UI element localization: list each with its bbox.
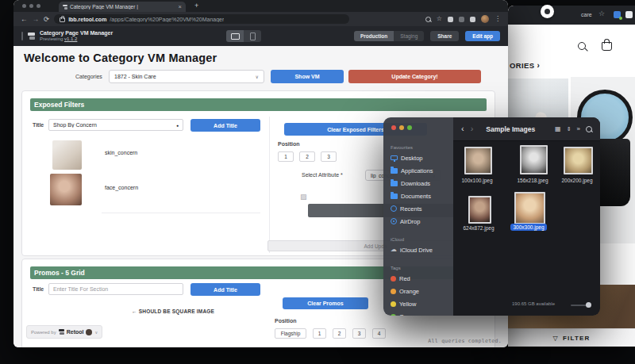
extension-icon[interactable] [614, 11, 621, 18]
search-icon[interactable] [586, 126, 592, 132]
menu-kebab-icon[interactable]: ⋮ [495, 16, 501, 22]
retool-logo-icon [28, 33, 35, 40]
filter-funnel-icon: ▽ [553, 335, 559, 342]
extension-icon[interactable] [470, 17, 475, 22]
exposed-title-input[interactable]: ● [48, 119, 183, 131]
file-name[interactable]: 156x218.jpeg [509, 178, 556, 183]
view-options-icon[interactable]: ▦ [555, 126, 561, 132]
close-tab-icon[interactable]: × [179, 3, 182, 10]
add-title-button[interactable]: Add Title [190, 119, 260, 132]
extension-icon[interactable] [459, 17, 464, 22]
add-title-button[interactable]: Add Title [190, 283, 260, 296]
retool-header: Category Page VM Manager Previewing v1.1… [13, 26, 508, 46]
record-dot-icon [545, 9, 550, 14]
new-tab-button[interactable]: + [194, 2, 198, 10]
drag-handle[interactable] [21, 32, 23, 40]
position-button-2[interactable]: 2 [333, 328, 346, 339]
previewing-version: Previewing v1.1.2 [40, 36, 113, 42]
broken-image-icon: ▨ [300, 193, 307, 201]
window-controls[interactable] [391, 125, 412, 130]
finder-window: Favourites Desktop Applications Download… [383, 117, 600, 316]
sidebar-item-applications[interactable]: Applications [391, 164, 451, 177]
back-icon[interactable]: ← [21, 16, 28, 23]
reload-icon[interactable]: ⟳ [44, 16, 49, 23]
profile-avatar[interactable] [481, 15, 489, 23]
search-icon[interactable] [578, 42, 586, 50]
position-button-flagship[interactable]: Flagship [275, 328, 306, 339]
address-bar[interactable]: lbb.retool.com /apps/Category%20Page%20V… [54, 14, 349, 24]
file-thumbnail[interactable] [564, 147, 593, 174]
file-thumbnail-selected[interactable] [514, 192, 545, 224]
tags-section-label: Tags [391, 260, 451, 272]
bookmark-star-icon[interactable]: ☆ [598, 10, 605, 17]
face-concern-thumbnail[interactable] [50, 174, 82, 205]
categories-label: Categories [75, 74, 102, 79]
position-button-1[interactable]: 1 [278, 151, 294, 162]
bookmark-star-icon[interactable]: ☆ [437, 16, 442, 22]
shopping-bag-icon[interactable] [602, 42, 612, 51]
sidebar-item-documents[interactable]: Documents [391, 190, 451, 202]
update-category-button[interactable]: Update Category! [348, 70, 481, 83]
powered-by-retool-badge[interactable]: Powered by Retool ∨ [26, 325, 102, 339]
edit-app-button[interactable]: Edit app [465, 31, 500, 41]
more-toolbar-icon[interactable]: » [577, 126, 580, 132]
sidebar-item-icloud-drive[interactable]: ☁iCloud Drive [391, 243, 451, 256]
filter-button[interactable]: ▽ FILTER [508, 328, 635, 347]
file-name[interactable]: 100x100.jpeg [453, 178, 501, 183]
zoom-window-button[interactable] [407, 125, 412, 130]
title-label: Title [33, 286, 44, 292]
position-button-4[interactable]: 4 [372, 328, 386, 339]
mobile-view-toggle[interactable] [244, 30, 261, 42]
back-icon[interactable]: ‹ [461, 125, 464, 133]
position-button-1[interactable]: 1 [313, 328, 326, 339]
title-label: Title [33, 122, 44, 128]
position-button-2[interactable]: 2 [299, 151, 315, 162]
categories-heading-partial: ORIES › [510, 61, 540, 70]
promos-title-input[interactable] [48, 283, 183, 295]
sidebar-tag-red[interactable]: Red [391, 272, 451, 285]
sidebar-item-airdrop[interactable]: AirDrop [391, 215, 451, 228]
share-button[interactable]: Share [430, 31, 459, 41]
window-controls[interactable] [22, 4, 40, 8]
file-thumbnail[interactable] [468, 196, 491, 224]
recording-indicator[interactable] [541, 5, 554, 18]
position-button-3[interactable]: 3 [321, 151, 337, 162]
version-link[interactable]: v1.1.2 [64, 36, 77, 41]
forward-icon[interactable]: › [471, 125, 474, 133]
position-button-3[interactable]: 3 [352, 328, 366, 339]
env-staging[interactable]: Staging [394, 31, 424, 41]
exposed-filters-header: Exposed Filters [30, 98, 487, 111]
sidebar-tag-green[interactable]: Green [391, 310, 451, 316]
search-icon[interactable] [425, 17, 431, 22]
close-window-button[interactable] [391, 125, 396, 130]
extension-icon[interactable] [625, 11, 633, 18]
favourites-section-label: Favourites [391, 140, 451, 151]
show-vm-button[interactable]: Show VM [271, 70, 344, 83]
icon-size-slider-knob[interactable] [586, 302, 591, 308]
browser-tab[interactable]: Category Page VM Manager | × [59, 2, 186, 12]
clear-promos-button[interactable]: Clear Promos [283, 297, 368, 309]
sort-icon[interactable]: ⇕ [567, 126, 572, 132]
extension-icon[interactable] [448, 17, 453, 22]
file-thumbnail[interactable] [464, 147, 492, 174]
file-name[interactable]: 624x872.jpeg [455, 225, 502, 231]
sidebar-item-recents[interactable]: Recents [391, 202, 451, 215]
file-name[interactable]: 200x200.jpeg [553, 178, 600, 183]
desktop-view-toggle[interactable] [226, 30, 244, 42]
skin-concern-thumbnail[interactable] [52, 140, 82, 170]
minimize-window-button[interactable] [399, 125, 404, 130]
sidebar-sections: Favourites Desktop Applications Download… [391, 140, 451, 316]
sidebar-item-downloads[interactable]: Downloads [391, 177, 451, 190]
storage-available-label: 190.65 GB available [512, 301, 555, 306]
file-thumbnail[interactable] [520, 145, 548, 174]
forward-icon[interactable]: → [33, 16, 40, 23]
sidebar-item-desktop[interactable]: Desktop [391, 151, 451, 164]
category-select[interactable]: 1872 - Skin Care ∨ [109, 70, 264, 83]
finder-window-title: Sample Images [486, 125, 535, 133]
env-production[interactable]: Production [354, 31, 394, 41]
sidebar-tag-orange[interactable]: Orange [391, 285, 451, 297]
sidebar-tag-yellow[interactable]: Yellow [391, 297, 451, 310]
input-dot-icon[interactable]: ● [176, 123, 179, 128]
queries-status: All queries completed. [428, 338, 502, 344]
file-name-selected[interactable]: 300x300.jpeg [506, 224, 552, 230]
